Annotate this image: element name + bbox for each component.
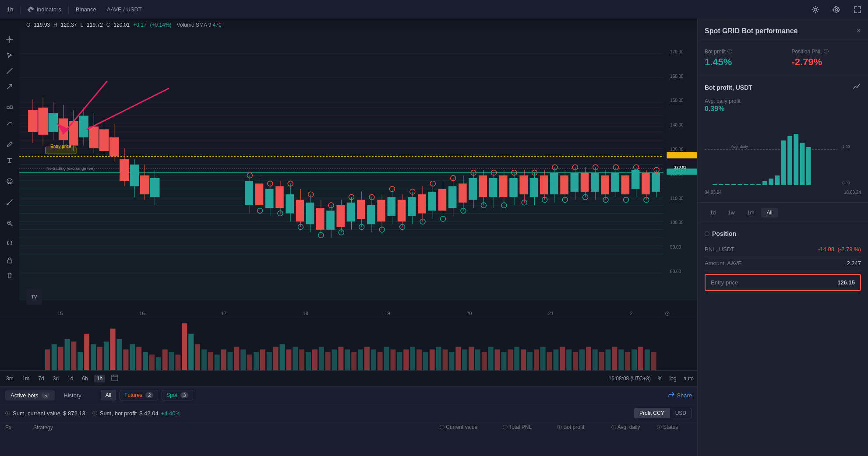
calendar-icon[interactable]: [109, 373, 121, 383]
share-button[interactable]: Share: [668, 392, 692, 399]
text-tool[interactable]: [3, 153, 17, 167]
svg-rect-249: [201, 349, 207, 370]
trash-tool[interactable]: [3, 269, 17, 283]
percent-label: %: [658, 375, 663, 382]
pair-selector[interactable]: AAVE / USDT: [103, 4, 145, 14]
profit-chart-icon[interactable]: [852, 82, 861, 93]
svg-rect-287: [449, 352, 454, 370]
entry-price-row: Entry price 126.15: [705, 274, 861, 291]
svg-rect-338: [781, 140, 786, 185]
svg-rect-120: [438, 189, 447, 211]
indicators-icon[interactable]: Indicators: [24, 4, 64, 15]
svg-rect-102: [347, 203, 355, 221]
draw-arrow[interactable]: [3, 80, 17, 94]
filter-all-time[interactable]: All: [761, 208, 777, 217]
col-avg-daily: ⓘ Avg. daily: [611, 424, 655, 431]
entry-price-row-value: 126.15: [837, 279, 855, 286]
svg-rect-98: [326, 210, 335, 229]
position-section: ⓘ Position PNL, USDT -14.08 (-2.79 %) Am…: [698, 223, 868, 298]
table-header: Ex. Strategy ⓘ Current value ⓘ Total PNL…: [0, 422, 697, 432]
svg-rect-279: [397, 352, 402, 370]
svg-rect-330: [731, 184, 736, 185]
measure-tool[interactable]: [3, 195, 17, 209]
svg-rect-303: [554, 349, 559, 370]
filter-all[interactable]: All: [101, 390, 116, 400]
svg-text:0.00: 0.00: [842, 181, 850, 185]
bot-profit-metric-label: Bot profit ⓘ: [705, 48, 774, 55]
svg-rect-257: [254, 352, 259, 370]
fullscreen-icon[interactable]: [850, 3, 864, 17]
crosshair-tool[interactable]: [3, 32, 17, 46]
time-16: 16: [139, 311, 145, 316]
time-17: 17: [221, 311, 226, 316]
chart-dates: 04.03.24 18.03.24: [705, 190, 861, 195]
emoji-tool[interactable]: [3, 174, 17, 188]
volume-info: Volume SMA 9 470: [177, 22, 222, 28]
svg-line-9: [7, 84, 12, 89]
timeframe-1m[interactable]: 1m: [20, 375, 32, 382]
indicators-label: Indicators: [36, 6, 61, 13]
lock-tool[interactable]: [3, 253, 17, 267]
usd-btn[interactable]: USD: [670, 408, 692, 418]
svg-rect-342: [806, 147, 811, 185]
history-tab[interactable]: History: [58, 390, 86, 400]
metrics-row: Bot profit ⓘ 1.45% Position PNL ⓘ -2.79%: [698, 41, 868, 75]
svg-rect-82: [245, 181, 253, 205]
pattern-tool[interactable]: [3, 101, 17, 115]
auto-label[interactable]: auto: [684, 375, 694, 382]
zoom-tool[interactable]: [3, 216, 17, 230]
svg-rect-140: [540, 175, 548, 194]
position-pnl-info-icon: ⓘ: [824, 48, 829, 55]
svg-rect-255: [240, 349, 246, 370]
svg-rect-288: [455, 347, 461, 370]
draw-line[interactable]: [3, 64, 17, 78]
svg-rect-334: [756, 184, 761, 185]
magnet-tool[interactable]: [3, 237, 17, 251]
svg-rect-112: [398, 200, 406, 222]
svg-rect-106: [367, 205, 375, 224]
divider-1: [20, 5, 21, 14]
filter-futures[interactable]: Futures 2: [120, 390, 158, 400]
filter-1m[interactable]: 1m: [742, 208, 760, 217]
position-pnl-metric: Position PNL ⓘ -2.79%: [792, 48, 861, 68]
amount-label: Amount, AAVE: [705, 260, 742, 267]
filter-1w[interactable]: 1w: [723, 208, 740, 217]
chart-canvas[interactable]: Entry price No trading (exchange fee) 17…: [0, 29, 697, 318]
theme-toggle[interactable]: [808, 3, 822, 17]
profit-ccy-btn[interactable]: Profit CCY: [634, 408, 670, 418]
bot-profit-label: Sum, bot profit: [100, 410, 137, 417]
time-18: 18: [303, 311, 308, 316]
active-bots-tab[interactable]: Active bots 5: [5, 390, 55, 400]
active-bots-badge: 5: [42, 393, 49, 399]
timeframe-3d[interactable]: 3d: [50, 375, 61, 382]
timeframe-7d[interactable]: 7d: [35, 375, 46, 382]
log-label[interactable]: log: [670, 375, 677, 382]
close-button[interactable]: ×: [856, 26, 861, 35]
pencil-tool[interactable]: [3, 137, 17, 151]
fib-tool[interactable]: [3, 116, 17, 130]
timeframe-6h[interactable]: 6h: [79, 375, 90, 382]
svg-rect-96: [316, 208, 325, 230]
svg-rect-290: [469, 347, 474, 370]
svg-rect-298: [521, 349, 526, 370]
exchange-label: Binance: [76, 6, 96, 13]
svg-rect-236: [117, 339, 122, 370]
timeframe-3m[interactable]: 3m: [4, 375, 16, 382]
svg-rect-328: [719, 184, 723, 185]
exchange-selector[interactable]: Binance: [72, 4, 100, 14]
timeframe-1h[interactable]: 1h: [4, 4, 17, 14]
svg-rect-22: [19, 29, 697, 170]
timeframe-1h-active[interactable]: 1h: [94, 375, 105, 382]
svg-rect-136: [519, 175, 528, 194]
cursor-tool[interactable]: [3, 48, 17, 62]
timeframe-1d[interactable]: 1d: [65, 375, 76, 382]
filter-1d[interactable]: 1d: [705, 208, 721, 217]
svg-rect-160: [642, 173, 650, 195]
settings-icon[interactable]: [829, 3, 843, 17]
svg-rect-271: [345, 349, 350, 370]
svg-rect-314: [625, 352, 630, 370]
svg-rect-245: [175, 354, 180, 370]
filter-spot[interactable]: Spot 3: [162, 390, 193, 400]
svg-rect-232: [91, 344, 96, 371]
time-filter: 1d 1w 1m All: [698, 203, 868, 223]
